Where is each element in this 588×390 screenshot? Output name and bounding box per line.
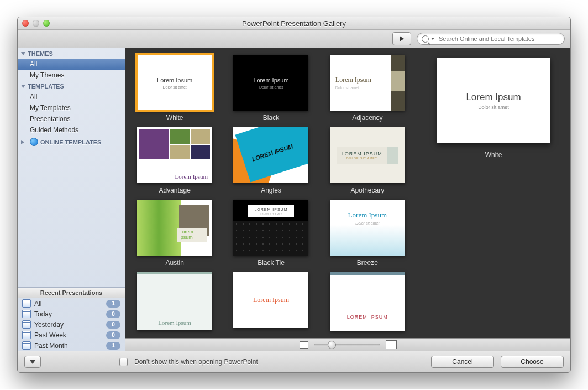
recent-yesterday[interactable]: Yesterday0 (18, 319, 125, 330)
recent-past-month[interactable]: Past Month1 (18, 340, 125, 351)
sidebar-item-my-themes[interactable]: My Themes (18, 70, 125, 81)
calendar-icon (22, 299, 31, 308)
template-angles[interactable]: LOREM IPSUMAngles (226, 127, 316, 194)
recent-header: Recent Presentations (18, 288, 125, 298)
search-scope-dropdown-icon[interactable] (431, 38, 434, 40)
count-badge: 0 (106, 321, 120, 329)
thumbnail-size-slider[interactable] (314, 344, 380, 346)
thumbnail-size-bar (125, 338, 570, 351)
globe-icon (30, 138, 38, 146)
template-row4a[interactable]: Lorem Ipsum (130, 272, 219, 334)
template-apothecary[interactable]: LOREM IPSUMDOLOR SIT AMETApothecary (323, 127, 412, 194)
sidebar: THEMES All My Themes TEMPLATES All My Te… (18, 48, 125, 351)
disclosure-icon (21, 52, 25, 55)
expand-button[interactable] (24, 356, 41, 368)
dont-show-checkbox[interactable] (119, 358, 128, 366)
count-badge: 1 (106, 300, 120, 308)
recent-all[interactable]: All1 (18, 298, 125, 309)
online-templates-header[interactable]: ONLINE TEMPLATES (18, 136, 125, 148)
gallery-window: PowerPoint Presentation Gallery THEMES A… (17, 17, 571, 373)
chevron-down-icon (30, 360, 35, 364)
search-icon (422, 35, 429, 43)
count-badge: 0 (106, 310, 120, 318)
calendar-icon (22, 320, 31, 329)
count-badge: 1 (106, 342, 120, 350)
template-advantage[interactable]: Lorem IpsumAdvantage (130, 127, 219, 194)
slideshow-button[interactable] (392, 32, 411, 45)
disclosure-icon (21, 85, 25, 88)
bottom-bar: Don't show this when opening PowerPoint … (18, 351, 570, 372)
sidebar-item-presentations[interactable]: Presentations (18, 113, 125, 124)
disclosure-icon (21, 140, 27, 144)
templates-header[interactable]: TEMPLATES (18, 81, 125, 91)
template-white[interactable]: Lorem IpsumDolor sit ametWhite (130, 55, 219, 122)
preview-name: White (485, 151, 502, 159)
template-black-tie[interactable]: LOREM IPSUMDOLOR SIT AMETBlack Tie (226, 200, 316, 267)
dont-show-label: Don't show this when opening PowerPoint (134, 358, 258, 366)
calendar-icon (22, 341, 31, 350)
template-black[interactable]: Lorem IpsumDolor sit ametBlack (226, 55, 316, 122)
toolbar (18, 30, 570, 48)
window-title: PowerPoint Presentation Gallery (18, 19, 570, 28)
calendar-icon (22, 331, 31, 339)
sidebar-item-my-templates[interactable]: My Templates (18, 102, 125, 113)
sidebar-item-guided-methods[interactable]: Guided Methods (18, 124, 125, 136)
preview-pane: Lorem IpsumDolor sit amet White (417, 48, 570, 338)
search-input[interactable] (438, 35, 560, 43)
small-thumb-icon[interactable] (300, 341, 308, 349)
preview-thumbnail: Lorem IpsumDolor sit amet (437, 58, 550, 143)
recent-past-week[interactable]: Past Week0 (18, 330, 125, 340)
template-breeze[interactable]: Lorem IpsumDolor sit ametBreeze (323, 200, 412, 267)
sidebar-item-templates-all[interactable]: All (18, 91, 125, 102)
template-austin[interactable]: Lorem IpsumAustin (130, 200, 219, 267)
calendar-icon (22, 310, 31, 318)
template-grid[interactable]: Lorem IpsumDolor sit ametWhite Lorem Ips… (125, 48, 417, 338)
themes-header[interactable]: THEMES (18, 48, 125, 59)
template-row4c[interactable]: LOREM IPSUM (323, 272, 412, 334)
cancel-button[interactable]: Cancel (431, 356, 494, 368)
sidebar-item-themes-all[interactable]: All (18, 59, 125, 70)
recent-today[interactable]: Today0 (18, 309, 125, 319)
choose-button[interactable]: Choose (501, 356, 564, 368)
titlebar: PowerPoint Presentation Gallery (18, 17, 570, 30)
template-adjacency[interactable]: Lorem IpsumDolor sit ametAdjacency (323, 55, 412, 122)
play-icon (400, 36, 404, 41)
count-badge: 0 (106, 331, 120, 339)
recent-presentations: Recent Presentations All1 Today0 Yesterd… (18, 287, 125, 351)
search-field[interactable] (417, 33, 565, 45)
template-row4b[interactable]: Lorem Ipsum (226, 272, 316, 334)
slider-knob[interactable] (328, 341, 336, 349)
large-thumb-icon[interactable] (386, 340, 397, 349)
